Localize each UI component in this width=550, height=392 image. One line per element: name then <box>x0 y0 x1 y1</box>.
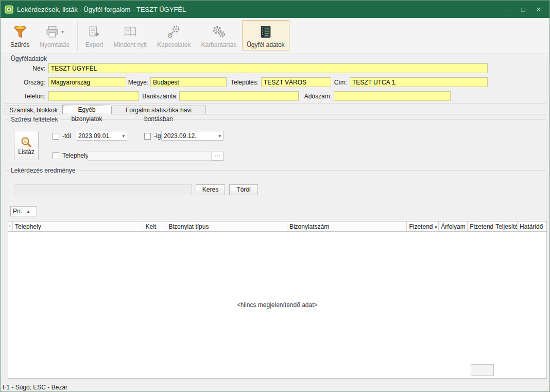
column-header-arfolyam[interactable]: Árfolyam <box>439 221 468 231</box>
window-controls: – □ ✕ <box>500 1 546 18</box>
toolbar-button-export[interactable]: Export <box>81 20 108 50</box>
toolbar-label: Nyomtatás <box>40 41 69 48</box>
listaz-label: Listáz <box>18 148 34 156</box>
torol-button[interactable]: Töröl <box>229 184 258 195</box>
window-title: Lekérdezések, listák - Ügyfél forgalom -… <box>17 6 186 13</box>
bankszamla-field[interactable] <box>179 91 299 101</box>
group-title: Szűrési feltételek <box>9 116 60 123</box>
toolbar-label: Export <box>85 41 104 48</box>
row-indicator-header: * <box>8 221 13 231</box>
results-grid: * Telephely Kelt Bizonylat típus Bizonyl… <box>8 221 547 379</box>
grid-body[interactable]: <Nincs megjelenítendő adat> <box>8 232 546 378</box>
column-header-bizonylat-tipus[interactable]: Bizonylat típus <box>166 221 287 231</box>
results-group: Lekérdezés eredménye Keres Töröl Pn. ▲ *… <box>5 171 546 380</box>
to-date-checkbox[interactable] <box>144 133 151 140</box>
bankszamla-label: Bankszámla: <box>134 93 178 100</box>
toolbar-button-karbantartas[interactable]: Karbantartás <box>196 20 241 50</box>
status-bar: F1 - Súgó; ESC - Bezár <box>1 382 549 392</box>
group-title: Ügyféladatok <box>9 55 49 62</box>
tab-egyeb-bizonylatok[interactable]: Egyéb bizonylatok <box>62 105 111 114</box>
from-date-checkbox[interactable] <box>53 133 59 140</box>
toolbar-button-nyomtatas[interactable]: ▾ Nyomtatás <box>35 20 74 50</box>
open-book-icon <box>123 25 138 39</box>
filter-group: Szűrési feltételek Listáz -tól 2023.09.0… <box>5 120 546 164</box>
orszag-label: Ország: <box>5 79 45 86</box>
app-window: Lekérdezések, listák - Ügyfél forgalom -… <box>0 0 550 392</box>
sort-ascending-icon: ▲ <box>433 224 438 229</box>
column-header-fizetendo[interactable]: Fizetend▲ <box>407 221 439 231</box>
search-input[interactable] <box>14 184 192 195</box>
toolbar-separator <box>77 22 78 51</box>
customer-notebook-icon <box>259 25 272 39</box>
keres-button[interactable]: Keres <box>196 184 225 195</box>
from-date-caret-icon[interactable]: ▾ <box>120 133 127 139</box>
cim-label: Cím: <box>319 79 347 86</box>
from-date-label: -tól <box>62 132 71 140</box>
to-date-caret-icon[interactable]: ▾ <box>216 133 223 139</box>
printer-icon <box>45 25 59 39</box>
to-date-combo[interactable]: 2023.09.12. ▾ <box>161 131 224 141</box>
telephely-checkbox[interactable] <box>53 152 59 159</box>
printer-dropdown-caret-icon[interactable]: ▾ <box>61 29 64 35</box>
cim-field[interactable] <box>350 77 488 87</box>
telephely-field[interactable] <box>88 151 212 161</box>
title-bar: Lekérdezések, listák - Ügyfél forgalom -… <box>1 1 549 18</box>
toolbar-button-ugyfel-adatok[interactable]: Ügyfél adatok <box>242 20 289 50</box>
adoszam-field[interactable] <box>334 91 451 101</box>
toolbar-label: Szűrés <box>10 41 29 48</box>
toolbar-label: Mindent nyit <box>113 41 147 48</box>
to-date-value: 2023.09.12. <box>164 132 196 140</box>
group-by-chip[interactable]: Pn. ▲ <box>10 206 37 216</box>
chip-sort-ascending-icon: ▲ <box>26 209 30 214</box>
group-by-chip-label: Pn. <box>13 208 22 215</box>
filter-icon <box>13 25 27 39</box>
column-header-hatarido[interactable]: Határidő <box>518 221 546 231</box>
status-text: F1 - Súgó; ESC - Bezár <box>3 384 67 391</box>
adoszam-label: Adószám: <box>294 93 332 100</box>
nev-label: Név: <box>5 65 45 72</box>
column-header-teljesites[interactable]: Teljesíté <box>493 221 518 231</box>
app-icon <box>5 5 13 14</box>
no-data-text: <Nincs megjelenítendő adat> <box>237 301 317 309</box>
megye-field[interactable] <box>150 77 227 87</box>
export-icon <box>88 25 101 39</box>
telephely-label: Telephely: <box>62 152 90 159</box>
column-header-bizonylatszam[interactable]: Bizonylatszám <box>287 221 407 231</box>
customer-data-group: Ügyféladatok Név: Ország: Megye: Települ… <box>5 59 546 104</box>
from-date-value: 2023.09.01. <box>78 132 111 140</box>
toolbar-button-kapcsolatok[interactable]: Kapcsolatok <box>152 20 195 50</box>
tab-szamlak-blokkok[interactable]: Számlák, blokkok <box>5 106 62 114</box>
column-header-kelt[interactable]: Kelt <box>143 221 166 231</box>
to-date-label: -ig <box>154 132 161 140</box>
summary-box[interactable] <box>471 364 494 376</box>
megye-label: Megye: <box>106 79 148 86</box>
listaz-button[interactable]: Listáz <box>14 131 39 160</box>
tab-forgalmi-statisztika[interactable]: Forgalmi statisztika havi bontásban <box>111 106 206 114</box>
close-button[interactable]: ✕ <box>531 3 546 16</box>
column-header-telephely[interactable]: Telephely <box>13 221 143 231</box>
magnifier-icon <box>20 136 32 148</box>
toolbar-label: Ügyfél adatok <box>247 41 284 48</box>
toolbar-button-mindent-nyit[interactable]: Mindent nyit <box>109 20 151 50</box>
maximize-button[interactable]: □ <box>515 3 531 16</box>
nev-field[interactable] <box>48 63 488 73</box>
telefon-label: Telefon: <box>5 93 45 100</box>
links-gear-icon <box>167 25 181 39</box>
toolbar: Szűrés ▾ Nyomtatás Export <box>1 18 549 54</box>
group-title: Lekérdezés eredménye <box>9 167 77 174</box>
toolbar-label: Kapcsolatok <box>157 41 191 48</box>
toolbar-button-szures[interactable]: Szűrés <box>6 20 34 50</box>
column-header-fizetendo-2[interactable]: Fizetend <box>468 221 493 231</box>
toolbar-label: Karbantartás <box>201 41 236 48</box>
gears-icon <box>212 25 226 39</box>
telepules-label: Település: <box>221 79 259 86</box>
telefon-field[interactable] <box>48 91 139 101</box>
minimize-button[interactable]: – <box>500 3 515 16</box>
grid-header-row: * Telephely Kelt Bizonylat típus Bizonyl… <box>8 221 546 232</box>
telephely-browse-button[interactable]: ··· <box>212 151 224 161</box>
from-date-combo[interactable]: 2023.09.01. ▾ <box>76 131 127 141</box>
